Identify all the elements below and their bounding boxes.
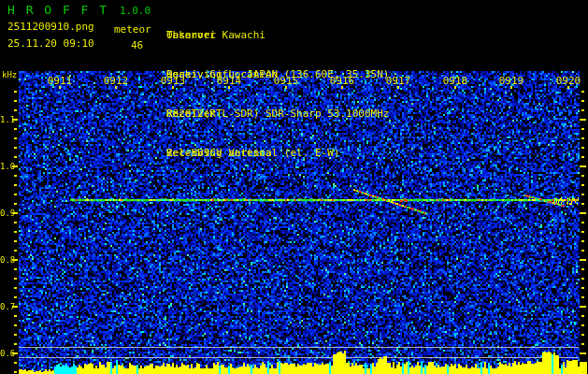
hrofft-window: H R O F F T 1.0.0 2511200910.png meteor … bbox=[0, 0, 588, 374]
x-axis-label: 0911 bbox=[45, 76, 75, 86]
y-axis-label: 1.1 bbox=[0, 115, 12, 124]
x-axis-label: 0918 bbox=[440, 76, 470, 86]
echo-count: 46 bbox=[131, 39, 143, 51]
info-value: R820T2(RTL-SDR) SDR-Sharp 53.1000MHz bbox=[166, 108, 389, 121]
x-axis-label: 0916 bbox=[327, 76, 357, 86]
info-value: Takanori Kawachi bbox=[166, 29, 265, 42]
info-row-antenna: Receiving antenna:2el-HB9CV Vertical (el… bbox=[166, 147, 192, 160]
y-axis-label: 0.8 bbox=[0, 255, 12, 265]
filename: 2511200910.png bbox=[7, 21, 94, 33]
x-axis-label: 0917 bbox=[383, 76, 413, 86]
x-axis-label: 0919 bbox=[496, 76, 526, 86]
app-title: H R O F F T bbox=[7, 3, 108, 17]
y-axis-label: 1.0 bbox=[0, 162, 12, 171]
app-version: 1.0.0 bbox=[120, 5, 151, 17]
x-axis-label: 0912 bbox=[101, 76, 131, 86]
info-row-observer: Observer:Takanori Kawachi bbox=[166, 29, 192, 42]
y-axis-label: 0.6 bbox=[0, 349, 12, 358]
x-axis-label: 0915 bbox=[271, 76, 301, 86]
x-axis-label: 0913 bbox=[158, 76, 188, 86]
y-axis-title: kHz bbox=[2, 70, 17, 79]
station-info: Observer:Takanori Kawachi Receiving Loca… bbox=[166, 3, 192, 186]
x-axis-label: 0920 bbox=[553, 76, 583, 86]
mode-label: meteor bbox=[114, 23, 151, 36]
spectrogram-canvas bbox=[0, 0, 588, 374]
y-axis-label: 0.9 bbox=[0, 209, 12, 218]
info-row-receiver: Receiver:R820T2(RTL-SDR) SDR-Sharp 53.10… bbox=[166, 108, 192, 121]
y-axis-label: 0.7 bbox=[0, 302, 12, 311]
datetime: 25.11.20 09:10 bbox=[7, 37, 94, 50]
x-axis-label: 0914 bbox=[214, 76, 244, 86]
info-value: 2el-HB9CV Vertical (el. E-W) bbox=[166, 147, 339, 160]
